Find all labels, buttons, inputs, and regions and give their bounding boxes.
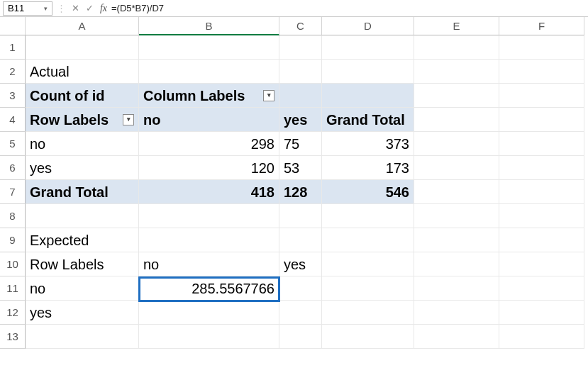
col-header-E[interactable]: E — [414, 17, 499, 35]
row-header-4[interactable]: 4 — [0, 108, 26, 132]
cell-E3[interactable] — [414, 84, 499, 108]
row-header-3[interactable]: 3 — [0, 84, 26, 108]
cell-C7[interactable]: 128 — [279, 180, 322, 204]
chevron-down-icon[interactable]: ▾ — [44, 5, 48, 12]
cell-B9[interactable] — [139, 228, 279, 252]
row-header-6[interactable]: 6 — [0, 156, 26, 180]
cell-A11[interactable]: no — [26, 276, 139, 301]
cell-B13[interactable] — [139, 325, 279, 349]
cell-B1[interactable] — [139, 35, 279, 60]
cell-B11[interactable]: 285.5567766 — [139, 276, 279, 301]
formula-input[interactable]: =(D5*B7)/D7 — [111, 3, 585, 13]
cell-E11[interactable] — [414, 276, 499, 301]
cell-E9[interactable] — [414, 228, 499, 252]
cell-A1[interactable] — [26, 35, 139, 60]
column-labels-filter-icon[interactable]: ▾ — [263, 90, 274, 101]
cell-E2[interactable] — [414, 60, 499, 84]
cell-D2[interactable] — [322, 60, 414, 84]
cell-F1[interactable] — [499, 35, 584, 60]
row-labels-filter-icon[interactable]: ▾ — [123, 114, 134, 125]
cell-B5[interactable]: 298 — [139, 132, 279, 156]
spreadsheet-grid[interactable]: A B C D E F 1 2 Actual 3 Count of id Col… — [0, 17, 588, 349]
cell-E7[interactable] — [414, 180, 499, 204]
cell-B3[interactable]: Column Labels ▾ — [139, 84, 279, 108]
cancel-icon[interactable]: ✕ — [70, 3, 80, 14]
fx-icon[interactable]: fx — [99, 3, 109, 14]
cell-C11[interactable] — [279, 276, 322, 301]
cell-E10[interactable] — [414, 252, 499, 276]
cell-F13[interactable] — [499, 325, 584, 349]
cell-B6[interactable]: 120 — [139, 156, 279, 180]
cell-A4[interactable]: Row Labels ▾ — [26, 108, 139, 132]
cell-B4[interactable]: no — [139, 108, 279, 132]
cell-C8[interactable] — [279, 204, 322, 228]
cell-E5[interactable] — [414, 132, 499, 156]
cell-F10[interactable] — [499, 252, 584, 276]
cell-B7[interactable]: 418 — [139, 180, 279, 204]
cell-F7[interactable] — [499, 180, 584, 204]
row-header-7[interactable]: 7 — [0, 180, 26, 204]
cell-D1[interactable] — [322, 35, 414, 60]
col-header-D[interactable]: D — [322, 17, 414, 35]
cell-D10[interactable] — [322, 252, 414, 276]
name-box[interactable]: B11 ▾ — [3, 1, 52, 16]
cell-F8[interactable] — [499, 204, 584, 228]
row-header-9[interactable]: 9 — [0, 228, 26, 252]
cell-B8[interactable] — [139, 204, 279, 228]
cell-A13[interactable] — [26, 325, 139, 349]
col-header-C[interactable]: C — [279, 17, 322, 35]
col-header-F[interactable]: F — [499, 17, 584, 35]
cell-D9[interactable] — [322, 228, 414, 252]
row-header-12[interactable]: 12 — [0, 301, 26, 325]
cell-A10[interactable]: Row Labels — [26, 252, 139, 276]
cell-D12[interactable] — [322, 301, 414, 325]
cell-F12[interactable] — [499, 301, 584, 325]
cell-D3[interactable] — [322, 84, 414, 108]
col-header-B[interactable]: B — [139, 17, 279, 35]
cell-C9[interactable] — [279, 228, 322, 252]
cell-B10[interactable]: no — [139, 252, 279, 276]
cell-D8[interactable] — [322, 204, 414, 228]
cell-F5[interactable] — [499, 132, 584, 156]
cell-C10[interactable]: yes — [279, 252, 322, 276]
cell-C5[interactable]: 75 — [279, 132, 322, 156]
cell-D4[interactable]: Grand Total — [322, 108, 414, 132]
cell-E12[interactable] — [414, 301, 499, 325]
select-all-corner[interactable] — [0, 17, 26, 35]
cell-A6[interactable]: yes — [26, 156, 139, 180]
col-header-A[interactable]: A — [26, 17, 139, 35]
cell-B12[interactable] — [139, 301, 279, 325]
cell-A12[interactable]: yes — [26, 301, 139, 325]
cell-E4[interactable] — [414, 108, 499, 132]
cell-C3[interactable] — [279, 84, 322, 108]
cell-D7[interactable]: 546 — [322, 180, 414, 204]
cell-E6[interactable] — [414, 156, 499, 180]
cell-F2[interactable] — [499, 60, 584, 84]
cell-A7[interactable]: Grand Total — [26, 180, 139, 204]
cell-D6[interactable]: 173 — [322, 156, 414, 180]
row-header-5[interactable]: 5 — [0, 132, 26, 156]
cell-D5[interactable]: 373 — [322, 132, 414, 156]
cell-C1[interactable] — [279, 35, 322, 60]
cell-C2[interactable] — [279, 60, 322, 84]
cell-D11[interactable] — [322, 276, 414, 301]
cell-D13[interactable] — [322, 325, 414, 349]
cell-A2[interactable]: Actual — [26, 60, 139, 84]
row-header-10[interactable]: 10 — [0, 252, 26, 276]
cell-C6[interactable]: 53 — [279, 156, 322, 180]
cell-A9[interactable]: Expected — [26, 228, 139, 252]
cell-F9[interactable] — [499, 228, 584, 252]
row-header-11[interactable]: 11 — [0, 276, 26, 301]
row-header-13[interactable]: 13 — [0, 325, 26, 349]
cell-E8[interactable] — [414, 204, 499, 228]
row-header-1[interactable]: 1 — [0, 35, 26, 60]
cell-F11[interactable] — [499, 276, 584, 301]
cell-C12[interactable] — [279, 301, 322, 325]
cell-A8[interactable] — [26, 204, 139, 228]
cell-C13[interactable] — [279, 325, 322, 349]
accept-icon[interactable]: ✓ — [84, 3, 94, 14]
cell-E13[interactable] — [414, 325, 499, 349]
cell-E1[interactable] — [414, 35, 499, 60]
cell-C4[interactable]: yes — [279, 108, 322, 132]
cell-B2[interactable] — [139, 60, 279, 84]
